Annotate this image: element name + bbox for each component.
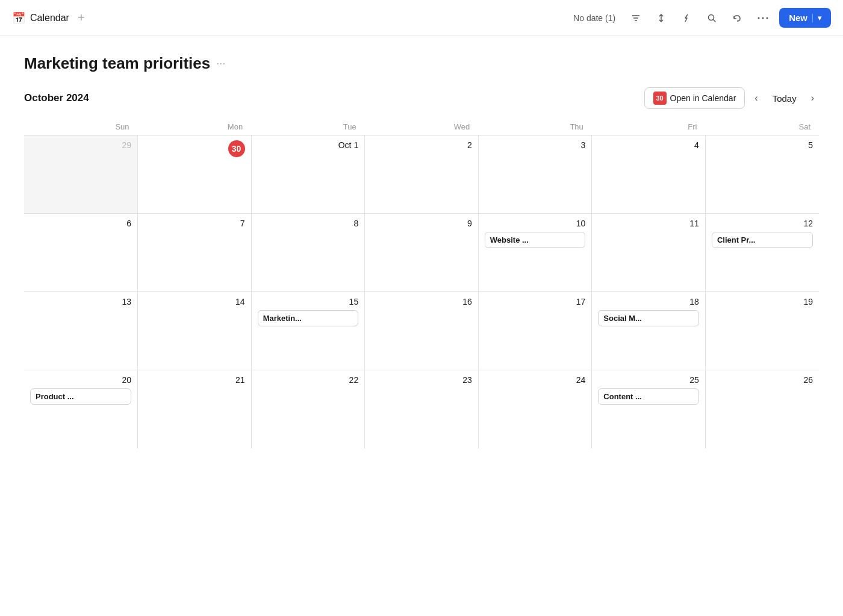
day-number: 2	[371, 140, 472, 150]
calendar-cell: 20Product ...	[24, 370, 138, 449]
today-button[interactable]: Today	[768, 91, 801, 106]
day-number: 18	[598, 297, 699, 306]
calendar-cell: 11	[592, 214, 706, 292]
header-right: No date (1)	[568, 8, 831, 28]
calendar-row: 678910Website ...1112Client Pr...	[24, 214, 819, 292]
open-in-calendar-button[interactable]: 30 Open in Calendar	[644, 87, 745, 109]
calendar-cell: 3	[478, 135, 592, 214]
day-number: 10	[485, 219, 586, 228]
calendar-cell: 26	[705, 370, 819, 449]
day-number: 12	[712, 219, 813, 228]
calendar-row: 2930Oct 12345	[24, 135, 819, 214]
calendar-cell: 10Website ...	[478, 214, 592, 292]
calendar-cell: 18Social M...	[592, 292, 706, 370]
calendar-app-icon: 📅	[12, 11, 25, 25]
calendar-cell: 9	[365, 214, 479, 292]
day-number: 25	[598, 375, 699, 385]
sort-button[interactable]	[652, 11, 671, 25]
calendar-controls: 30 Open in Calendar ‹ Today ›	[644, 87, 819, 109]
day-number: 6	[30, 219, 131, 228]
day-number: 9	[371, 219, 472, 228]
calendar-cell: 15Marketin...	[251, 292, 365, 370]
day-number: 16	[371, 297, 472, 306]
day-number: 15	[258, 297, 359, 306]
day-number: 4	[598, 140, 699, 150]
calendar-event[interactable]: Social M...	[598, 310, 699, 326]
page-title-menu-button[interactable]: ···	[216, 57, 225, 70]
calendar-cell: 6	[24, 214, 138, 292]
calendar-event[interactable]: Product ...	[30, 388, 131, 405]
svg-point-7	[762, 17, 764, 19]
day-number: Oct 1	[258, 140, 359, 150]
day-number-today: 30	[228, 140, 245, 157]
calendar-cell: 12Client Pr...	[705, 214, 819, 292]
next-month-button[interactable]: ›	[806, 90, 819, 106]
prev-month-button[interactable]: ‹	[750, 90, 762, 106]
calendar-row: 131415Marketin...161718Social M...19	[24, 292, 819, 370]
day-number: 14	[144, 297, 245, 306]
calendar-cell: 21	[138, 370, 252, 449]
open-in-cal-label: Open in Calendar	[670, 93, 736, 103]
add-view-button[interactable]: +	[74, 10, 89, 26]
page-title: Marketing team priorities	[24, 54, 210, 73]
day-number: 17	[485, 297, 586, 306]
new-chevron: ▾	[812, 14, 821, 22]
dow-sun: Sun	[24, 119, 138, 135]
calendar-cell: 7	[138, 214, 252, 292]
day-number: 23	[371, 375, 472, 385]
dow-tue: Tue	[251, 119, 365, 135]
calendar-event[interactable]: Website ...	[485, 232, 586, 248]
dow-mon: Mon	[138, 119, 252, 135]
more-button[interactable]	[753, 14, 773, 22]
more-icon	[757, 17, 768, 19]
calendar-header: October 2024 30 Open in Calendar ‹ Today…	[24, 87, 819, 109]
day-number: 3	[485, 140, 586, 150]
calendar-cell: 22	[251, 370, 365, 449]
calendar-days-header: Sun Mon Tue Wed Thu Fri Sat	[24, 119, 819, 135]
day-number: 21	[144, 375, 245, 385]
calendar-event[interactable]: Marketin...	[258, 310, 359, 326]
lightning-button[interactable]	[677, 11, 696, 25]
calendar-body: 2930Oct 12345678910Website ...1112Client…	[24, 135, 819, 449]
header-left: 📅 Calendar +	[12, 10, 564, 26]
calendar-cell: 4	[592, 135, 706, 214]
search-button[interactable]	[702, 11, 721, 25]
calendar-cell: 5	[705, 135, 819, 214]
calendar-month-year: October 2024	[24, 92, 644, 104]
day-number: 20	[30, 375, 131, 385]
new-label: New	[789, 13, 807, 23]
app-header: 📅 Calendar + No date (1)	[0, 0, 843, 36]
day-number: 8	[258, 219, 359, 228]
dow-wed: Wed	[365, 119, 479, 135]
calendar-cell: 30	[138, 135, 252, 214]
calendar-cell: 2	[365, 135, 479, 214]
calendar-event[interactable]: Client Pr...	[712, 232, 813, 248]
dow-thu: Thu	[478, 119, 592, 135]
filter-button[interactable]	[626, 11, 645, 25]
page-title-row: Marketing team priorities ···	[24, 54, 819, 73]
calendar-row: 20Product ...2122232425Content ...26	[24, 370, 819, 449]
day-number: 26	[712, 375, 813, 385]
calendar-event[interactable]: Content ...	[598, 388, 699, 405]
calendar-cell: 13	[24, 292, 138, 370]
dow-fri: Fri	[592, 119, 706, 135]
day-number: 19	[712, 297, 813, 306]
new-button[interactable]: New ▾	[779, 8, 831, 28]
no-date-button[interactable]: No date (1)	[568, 11, 620, 25]
day-number: 5	[712, 140, 813, 150]
calendar-cell: 19	[705, 292, 819, 370]
lightning-icon	[682, 13, 691, 23]
calendar-cell: 14	[138, 292, 252, 370]
calendar-cell: 29	[24, 135, 138, 214]
calendar-cell: 17	[478, 292, 592, 370]
calendar-cell: 24	[478, 370, 592, 449]
svg-line-5	[714, 19, 716, 22]
calendar-cell: 16	[365, 292, 479, 370]
page-content: Marketing team priorities ··· October 20…	[0, 36, 843, 449]
calendar-grid: Sun Mon Tue Wed Thu Fri Sat 2930Oct 1234…	[24, 119, 819, 449]
undo-button[interactable]	[727, 11, 747, 25]
calendar-icon-box: 30	[653, 92, 667, 105]
calendar-cell: 25Content ...	[592, 370, 706, 449]
day-number: 13	[30, 297, 131, 306]
calendar-cell: 23	[365, 370, 479, 449]
